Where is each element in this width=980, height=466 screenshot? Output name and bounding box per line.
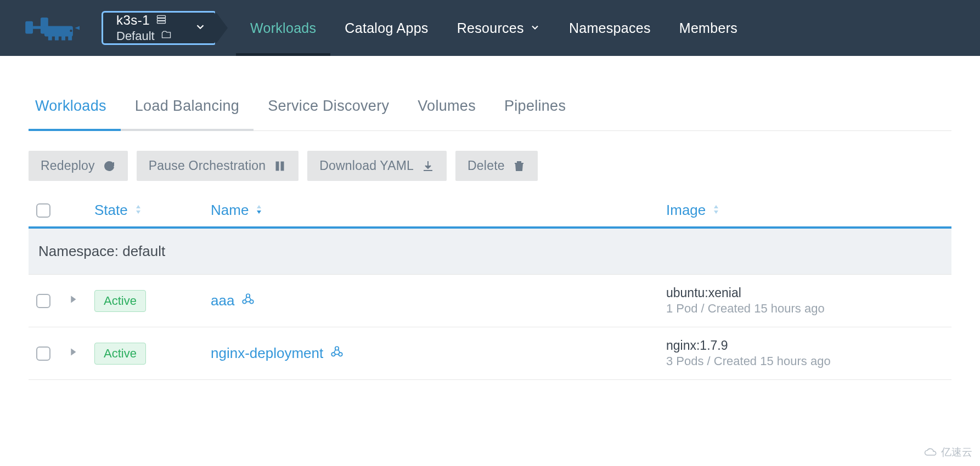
svg-rect-14 <box>281 162 284 171</box>
row-expander[interactable] <box>67 293 94 308</box>
bulk-action-bar: Redeploy Pause Orchestration Download YA… <box>29 151 951 181</box>
deployment-icon <box>330 345 344 362</box>
pause-orchestration-button[interactable]: Pause Orchestration <box>137 151 298 181</box>
pause-icon <box>273 160 286 173</box>
svg-point-24 <box>250 300 254 304</box>
download-label: Download YAML <box>319 158 414 173</box>
svg-rect-4 <box>48 36 52 41</box>
workload-tabs: WorkloadsLoad BalancingService Discovery… <box>29 89 951 131</box>
svg-rect-10 <box>157 15 166 18</box>
chevron-down-icon <box>194 21 206 36</box>
svg-rect-7 <box>68 36 72 41</box>
tab-service-discovery[interactable]: Service Discovery <box>254 89 403 131</box>
nav-workloads[interactable]: Workloads <box>236 0 330 56</box>
cluster-project-selector[interactable]: k3s-1 Default <box>102 11 217 45</box>
rancher-logo-icon <box>21 14 81 42</box>
select-all-cell <box>29 203 67 218</box>
nav-namespaces[interactable]: Namespaces <box>555 0 665 56</box>
row-checkbox[interactable] <box>36 346 50 361</box>
namespace-group-header: Namespace: default <box>29 229 951 275</box>
nav-label: Workloads <box>250 20 316 36</box>
sort-icon <box>254 202 264 219</box>
nav-members[interactable]: Members <box>665 0 752 56</box>
cluster-name: k3s-1 <box>116 13 150 28</box>
redeploy-label: Redeploy <box>41 158 95 173</box>
deployment-icon <box>241 292 255 309</box>
top-nav: k3s-1 Default WorkloadsCatalog AppsResou… <box>0 0 980 56</box>
folder-icon <box>160 29 172 43</box>
download-yaml-button[interactable]: Download YAML <box>307 151 447 181</box>
workload-name-link[interactable]: nginx-deployment <box>211 345 323 362</box>
sort-icon <box>133 202 143 219</box>
row-checkbox[interactable] <box>36 294 50 308</box>
tab-volumes[interactable]: Volumes <box>403 89 490 131</box>
column-image[interactable]: Image <box>666 202 951 219</box>
svg-point-27 <box>331 353 335 356</box>
tab-load-balancing[interactable]: Load Balancing <box>121 89 254 131</box>
column-name-label: Name <box>211 202 249 219</box>
namespace-label: Namespace: default <box>38 243 165 259</box>
svg-rect-5 <box>54 36 58 41</box>
svg-marker-15 <box>136 205 140 208</box>
nav-label: Catalog Apps <box>345 20 428 36</box>
primary-nav: WorkloadsCatalog AppsResourcesNamespaces… <box>236 0 752 56</box>
column-state-label: State <box>94 202 128 219</box>
row-expander[interactable] <box>67 346 94 361</box>
nav-label: Resources <box>457 20 524 36</box>
svg-marker-8 <box>75 26 80 30</box>
project-name: Default <box>116 29 155 43</box>
table-row: Activenginx-deploymentnginx:1.7.93 Pods … <box>29 327 951 380</box>
delete-label: Delete <box>468 158 505 173</box>
image-name: nginx:1.7.9 <box>666 338 951 353</box>
svg-rect-12 <box>157 21 166 23</box>
svg-point-28 <box>339 353 342 356</box>
workload-name-link[interactable]: aaa <box>211 292 234 309</box>
nav-catalog-apps[interactable]: Catalog Apps <box>330 0 442 56</box>
column-image-label: Image <box>666 202 706 219</box>
chevron-down-icon <box>530 20 540 36</box>
delete-button[interactable]: Delete <box>455 151 538 181</box>
svg-rect-11 <box>157 18 166 20</box>
svg-rect-6 <box>61 36 65 41</box>
image-meta: 1 Pod / Created 15 hours ago <box>666 302 951 316</box>
svg-rect-3 <box>44 26 72 37</box>
tab-workloads[interactable]: Workloads <box>29 89 121 131</box>
table-row: Activeaaaubuntu:xenial1 Pod / Created 15… <box>29 275 951 327</box>
svg-marker-18 <box>257 211 261 214</box>
trash-icon <box>512 160 526 173</box>
app-logo[interactable] <box>0 0 102 56</box>
sort-icon <box>711 202 721 219</box>
svg-point-9 <box>70 30 72 32</box>
pause-label: Pause Orchestration <box>149 158 266 173</box>
image-meta: 3 Pods / Created 15 hours ago <box>666 354 951 368</box>
svg-marker-16 <box>136 211 140 214</box>
page-content: WorkloadsLoad BalancingService Discovery… <box>0 89 980 380</box>
table-header: State Name Image <box>29 195 951 229</box>
download-icon <box>421 160 435 173</box>
svg-marker-20 <box>714 211 718 214</box>
state-badge: Active <box>94 343 146 365</box>
svg-point-23 <box>243 300 247 304</box>
nav-label: Namespaces <box>569 20 651 36</box>
state-badge: Active <box>94 290 146 312</box>
image-name: ubuntu:xenial <box>666 286 951 300</box>
svg-rect-0 <box>25 21 33 34</box>
redo-icon <box>103 160 116 173</box>
svg-marker-17 <box>257 205 261 208</box>
svg-marker-25 <box>71 349 76 356</box>
tab-pipelines[interactable]: Pipelines <box>490 89 580 131</box>
svg-rect-13 <box>276 162 279 171</box>
cluster-icon <box>155 13 167 28</box>
workloads-table: State Name Image Namespace: default <box>29 195 951 380</box>
redeploy-button[interactable]: Redeploy <box>29 151 128 181</box>
nav-label: Members <box>679 20 737 36</box>
select-all-checkbox[interactable] <box>36 203 50 218</box>
column-state[interactable]: State <box>94 202 211 219</box>
nav-resources[interactable]: Resources <box>443 0 555 56</box>
svg-marker-19 <box>714 205 718 208</box>
svg-rect-2 <box>33 26 44 29</box>
svg-marker-21 <box>71 296 76 303</box>
column-name[interactable]: Name <box>211 202 666 219</box>
